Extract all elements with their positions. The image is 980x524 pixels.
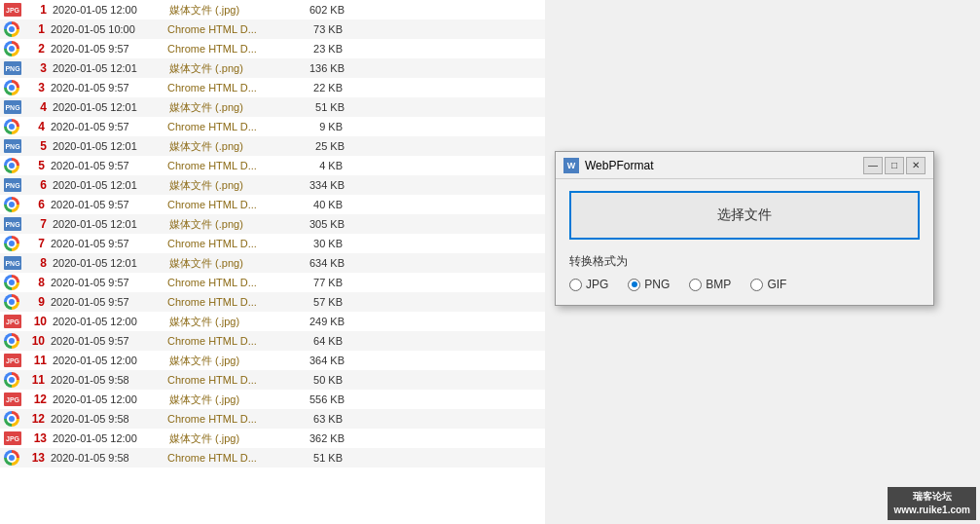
file-number: 8 [25, 256, 47, 270]
file-size: 9 KB [284, 121, 343, 132]
format-label-jpg: JPG [586, 278, 608, 291]
file-row[interactable]: 10 2020-01-05 9:57 Chrome HTML D... 64 K… [0, 331, 545, 351]
dialog-titlebar: W WebPFormat — □ ✕ [556, 152, 933, 179]
file-row[interactable]: PNG 8 2020-01-05 12:01 媒体文件 (.png) 634 K… [0, 253, 545, 273]
file-date: 2020-01-05 12:00 [53, 432, 169, 444]
file-type: Chrome HTML D... [167, 296, 284, 308]
dialog-close-button[interactable]: ✕ [906, 157, 926, 174]
file-row[interactable]: PNG 4 2020-01-05 12:01 媒体文件 (.png) 51 KB [0, 97, 545, 117]
file-row[interactable]: 12 2020-01-05 9:58 Chrome HTML D... 63 K… [0, 409, 545, 429]
file-size: 63 KB [284, 413, 343, 425]
file-type: Chrome HTML D... [167, 199, 284, 210]
file-type: Chrome HTML D... [167, 23, 284, 35]
file-date: 2020-01-05 12:01 [53, 179, 169, 191]
file-size: 4 KB [284, 160, 343, 171]
file-date: 2020-01-05 9:58 [51, 452, 167, 464]
file-size: 25 KB [286, 140, 345, 152]
png-icon: PNG [4, 177, 21, 193]
file-row[interactable]: 13 2020-01-05 9:58 Chrome HTML D... 51 K… [0, 448, 545, 468]
file-type: 媒体文件 (.jpg) [169, 354, 286, 368]
file-row[interactable]: JPG 10 2020-01-05 12:00 媒体文件 (.jpg) 249 … [0, 312, 545, 331]
dialog-window-controls: — □ ✕ [863, 157, 926, 174]
file-row[interactable]: 6 2020-01-05 9:57 Chrome HTML D... 40 KB [0, 195, 545, 214]
chrome-icon [4, 41, 19, 56]
file-size: 57 KB [284, 296, 343, 308]
webpformat-dialog: W WebPFormat — □ ✕ 选择文件 转换格式为 JPGPNGBMPG… [555, 151, 934, 306]
file-date: 2020-01-05 12:01 [53, 218, 169, 230]
format-label-bmp: BMP [706, 278, 731, 291]
format-option-bmp[interactable]: BMP [689, 278, 731, 291]
file-type: 媒体文件 (.jpg) [169, 315, 286, 329]
dialog-minimize-button[interactable]: — [863, 157, 883, 174]
png-icon: PNG [4, 99, 21, 115]
file-type: Chrome HTML D... [167, 452, 284, 464]
png-icon: PNG [4, 255, 21, 271]
file-type: 媒体文件 (.jpg) [169, 393, 286, 407]
file-row[interactable]: 4 2020-01-05 9:57 Chrome HTML D... 9 KB [0, 117, 545, 136]
file-date: 2020-01-05 9:58 [51, 413, 167, 425]
file-row[interactable]: 9 2020-01-05 9:57 Chrome HTML D... 57 KB [0, 292, 545, 312]
dialog-restore-button[interactable]: □ [885, 157, 904, 174]
chrome-icon [4, 411, 19, 427]
file-date: 2020-01-05 12:00 [53, 393, 169, 405]
file-type: 媒体文件 (.png) [169, 178, 286, 193]
file-number: 9 [23, 295, 45, 309]
file-size: 51 KB [286, 101, 345, 113]
file-number: 4 [25, 100, 47, 114]
file-row[interactable]: 1 2020-01-05 10:00 Chrome HTML D... 73 K… [0, 19, 545, 39]
file-row[interactable]: 2 2020-01-05 9:57 Chrome HTML D... 23 KB [0, 39, 545, 58]
file-date: 2020-01-05 12:00 [53, 355, 169, 366]
file-number: 10 [25, 315, 47, 328]
file-number: 6 [25, 178, 47, 192]
file-row[interactable]: JPG 1 2020-01-05 12:00 媒体文件 (.jpg) 602 K… [0, 0, 545, 19]
file-row[interactable]: PNG 6 2020-01-05 12:01 媒体文件 (.png) 334 K… [0, 175, 545, 195]
file-list-container: JPG 1 2020-01-05 12:00 媒体文件 (.jpg) 602 K… [0, 0, 545, 524]
chrome-icon [4, 236, 19, 251]
format-option-jpg[interactable]: JPG [569, 278, 608, 291]
file-row[interactable]: 11 2020-01-05 9:58 Chrome HTML D... 50 K… [0, 370, 545, 390]
file-row[interactable]: 7 2020-01-05 9:57 Chrome HTML D... 30 KB [0, 234, 545, 253]
file-row[interactable]: JPG 11 2020-01-05 12:00 媒体文件 (.jpg) 364 … [0, 351, 545, 370]
file-type: Chrome HTML D... [167, 374, 284, 386]
file-row[interactable]: JPG 12 2020-01-05 12:00 媒体文件 (.jpg) 556 … [0, 390, 545, 409]
file-number: 12 [25, 393, 47, 406]
format-option-gif[interactable]: GIF [750, 278, 786, 291]
chrome-icon [4, 450, 19, 466]
file-date: 2020-01-05 9:57 [51, 160, 167, 171]
file-date: 2020-01-05 10:00 [51, 23, 167, 35]
chrome-icon [4, 119, 19, 134]
file-row[interactable]: 5 2020-01-05 9:57 Chrome HTML D... 4 KB [0, 156, 545, 175]
file-size: 136 KB [286, 62, 345, 74]
file-row[interactable]: PNG 7 2020-01-05 12:01 媒体文件 (.png) 305 K… [0, 214, 545, 234]
file-row[interactable]: PNG 5 2020-01-05 12:01 媒体文件 (.png) 25 KB [0, 136, 545, 156]
file-date: 2020-01-05 9:57 [51, 296, 167, 308]
file-row[interactable]: JPG 13 2020-01-05 12:00 媒体文件 (.jpg) 362 … [0, 429, 545, 448]
select-file-button[interactable]: 选择文件 [569, 191, 920, 240]
file-type: Chrome HTML D... [167, 413, 284, 425]
file-size: 556 KB [286, 393, 345, 405]
file-row[interactable]: 8 2020-01-05 9:57 Chrome HTML D... 77 KB [0, 273, 545, 292]
convert-format-label: 转换格式为 [569, 253, 920, 270]
file-date: 2020-01-05 12:01 [53, 140, 169, 152]
chrome-icon [4, 294, 19, 310]
file-type: Chrome HTML D... [167, 238, 284, 249]
file-row[interactable]: PNG 3 2020-01-05 12:01 媒体文件 (.png) 136 K… [0, 58, 545, 78]
radio-jpg [569, 279, 582, 291]
chrome-icon [4, 197, 19, 212]
format-option-png[interactable]: PNG [628, 278, 670, 291]
file-size: 30 KB [284, 238, 343, 249]
file-type: 媒体文件 (.png) [169, 61, 286, 76]
file-number: 6 [23, 198, 45, 211]
png-icon: PNG [4, 60, 21, 76]
watermark-line2: www.ruike1.com [893, 504, 970, 517]
file-number: 13 [25, 431, 47, 445]
file-number: 3 [25, 61, 47, 75]
file-row[interactable]: 3 2020-01-05 9:57 Chrome HTML D... 22 KB [0, 78, 545, 97]
file-number: 13 [23, 451, 45, 465]
file-date: 2020-01-05 9:57 [51, 82, 167, 94]
file-number: 3 [23, 81, 45, 94]
file-date: 2020-01-05 12:01 [53, 101, 169, 113]
file-number: 7 [25, 217, 47, 231]
file-type: Chrome HTML D... [167, 335, 284, 347]
file-type: 媒体文件 (.png) [169, 256, 286, 271]
